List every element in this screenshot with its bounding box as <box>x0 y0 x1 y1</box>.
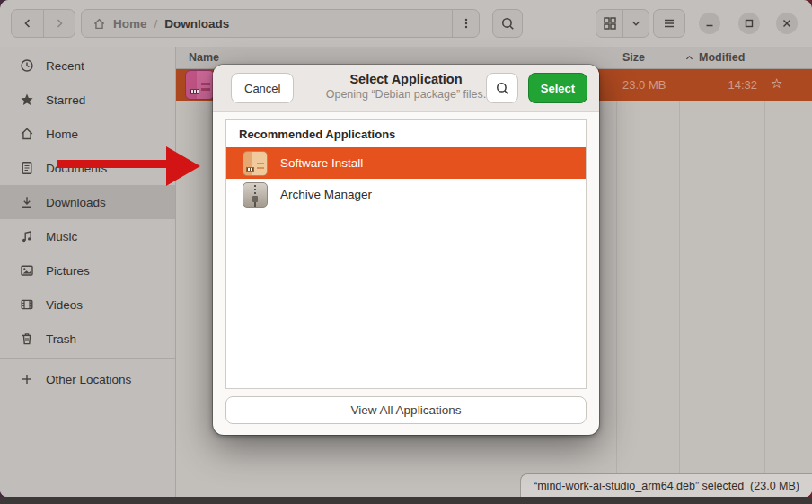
sidebar: Recent Starred Home Documents Downloads … <box>0 47 176 497</box>
column-rule <box>616 47 617 497</box>
sidebar-item-label: Music <box>46 230 77 243</box>
nav-button-group <box>11 9 75 38</box>
grid-view-button[interactable] <box>596 10 622 37</box>
column-header-modified[interactable]: Modified <box>684 51 745 64</box>
section-header: Recommended Applications <box>226 120 586 147</box>
recent-icon <box>20 58 34 73</box>
column-header-name[interactable]: Name <box>189 51 219 64</box>
close-button[interactable] <box>776 13 798 34</box>
home-icon <box>93 17 106 31</box>
sidebar-item-downloads[interactable]: Downloads <box>0 185 175 219</box>
star-outline-icon[interactable]: ☆ <box>771 75 782 92</box>
search-button[interactable] <box>492 9 523 38</box>
picture-icon <box>20 263 34 278</box>
file-size: 23.0 MB <box>622 78 666 92</box>
titlebar: Home / Downloads <box>0 0 812 47</box>
sidebar-item-trash[interactable]: Trash <box>0 322 175 356</box>
music-icon <box>20 229 34 243</box>
view-toggle-group <box>596 9 649 38</box>
select-application-dialog: Select Application Opening “Debian packa… <box>213 65 599 435</box>
software-install-icon <box>243 151 268 176</box>
sidebar-item-label: Downloads <box>46 196 106 209</box>
desktop-dock-strip <box>0 497 812 504</box>
trash-icon <box>20 332 34 346</box>
sidebar-item-label: Other Locations <box>46 373 131 386</box>
main-menu-button[interactable] <box>653 9 685 38</box>
minimize-icon <box>704 18 715 29</box>
minimize-button[interactable] <box>699 13 720 34</box>
document-icon <box>20 161 34 175</box>
search-icon <box>500 16 516 31</box>
grid-view-icon <box>603 16 617 31</box>
files-window: Home / Downloads <box>0 0 812 497</box>
search-icon <box>495 81 510 96</box>
deb-package-icon <box>185 70 215 100</box>
plus-icon <box>20 372 34 386</box>
sidebar-item-label: Documents <box>46 162 107 175</box>
view-all-applications-button[interactable]: View All Applications <box>225 396 587 424</box>
dialog-header: Select Application Opening “Debian packa… <box>213 65 599 112</box>
view-options-dropdown[interactable] <box>622 10 649 37</box>
chevron-down-icon <box>630 17 642 30</box>
status-text: “mind-work-ai-studio_arm64.deb” selected… <box>534 480 799 492</box>
sidebar-separator <box>0 358 175 359</box>
sidebar-item-other-locations[interactable]: Other Locations <box>0 362 175 396</box>
back-button[interactable] <box>12 10 43 37</box>
app-row-software-install[interactable]: Software Install <box>226 147 586 179</box>
chevron-left-icon <box>21 16 35 31</box>
file-modified: 14:32 <box>684 78 757 92</box>
breadcrumb: Home / Downloads <box>81 9 480 38</box>
download-icon <box>20 195 34 209</box>
application-list: Recommended Applications Software Instal… <box>225 119 587 389</box>
dots-vertical-icon <box>459 16 473 31</box>
star-icon <box>20 93 34 107</box>
sidebar-item-documents[interactable]: Documents <box>0 151 175 185</box>
sidebar-item-music[interactable]: Music <box>0 219 175 253</box>
video-icon <box>20 297 34 312</box>
sidebar-item-label: Home <box>46 128 78 141</box>
home-icon <box>20 127 34 141</box>
archive-manager-icon <box>243 182 268 208</box>
select-button[interactable]: Select <box>528 73 587 103</box>
sidebar-item-label: Trash <box>46 332 76 346</box>
app-name: Software Install <box>280 156 363 170</box>
cancel-button[interactable]: Cancel <box>231 73 294 103</box>
sort-ascending-icon <box>684 53 694 63</box>
dialog-search-button[interactable] <box>486 73 518 103</box>
sidebar-item-label: Pictures <box>46 264 90 278</box>
forward-button[interactable] <box>43 10 75 37</box>
sidebar-item-videos[interactable]: Videos <box>0 287 175 322</box>
maximize-icon <box>744 18 755 29</box>
column-rule <box>764 47 765 497</box>
column-rule <box>679 47 680 497</box>
breadcrumb-current[interactable]: Downloads <box>164 17 229 31</box>
sidebar-item-recent[interactable]: Recent <box>0 49 175 83</box>
breadcrumb-separator: / <box>154 17 158 31</box>
hamburger-icon <box>662 16 676 31</box>
maximize-button[interactable] <box>738 13 760 34</box>
sidebar-item-label: Videos <box>46 298 83 312</box>
sidebar-item-home[interactable]: Home <box>0 117 175 151</box>
app-row-archive-manager[interactable]: Archive Manager <box>226 179 586 210</box>
breadcrumb-home-label: Home <box>113 17 147 31</box>
breadcrumb-home[interactable]: Home <box>93 17 147 31</box>
sidebar-item-pictures[interactable]: Pictures <box>0 253 175 287</box>
app-name: Archive Manager <box>280 188 372 201</box>
chevron-right-icon <box>52 16 66 31</box>
status-bar: “mind-work-ai-studio_arm64.deb” selected… <box>520 473 812 497</box>
sidebar-item-label: Starred <box>46 93 85 107</box>
close-icon <box>781 18 792 29</box>
sidebar-item-starred[interactable]: Starred <box>0 83 175 117</box>
sidebar-item-label: Recent <box>46 59 84 73</box>
column-header-size[interactable]: Size <box>622 51 645 64</box>
path-menu-button[interactable] <box>452 10 479 37</box>
